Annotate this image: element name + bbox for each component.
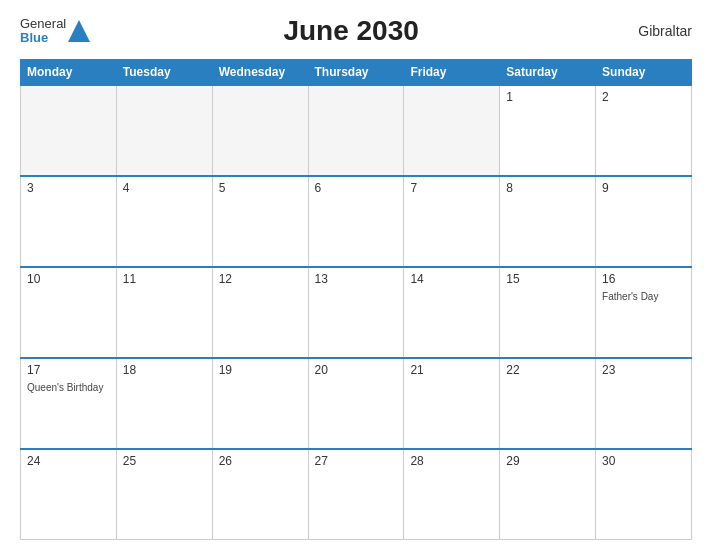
calendar-table: Monday Tuesday Wednesday Thursday Friday… bbox=[20, 59, 692, 540]
calendar-cell: 11 bbox=[116, 267, 212, 358]
calendar-cell bbox=[212, 85, 308, 176]
calendar-cell: 16Father's Day bbox=[596, 267, 692, 358]
date-number: 3 bbox=[27, 181, 110, 195]
calendar-cell: 19 bbox=[212, 358, 308, 449]
date-number: 28 bbox=[410, 454, 493, 468]
calendar-cell: 17Queen's Birthday bbox=[21, 358, 117, 449]
calendar-title: June 2030 bbox=[90, 15, 612, 47]
event-label: Queen's Birthday bbox=[27, 382, 103, 393]
logo-general-text: General bbox=[20, 17, 66, 31]
calendar-cell: 7 bbox=[404, 176, 500, 267]
date-number: 24 bbox=[27, 454, 110, 468]
calendar-cell: 6 bbox=[308, 176, 404, 267]
date-number: 20 bbox=[315, 363, 398, 377]
date-number: 9 bbox=[602, 181, 685, 195]
calendar-cell: 29 bbox=[500, 449, 596, 540]
date-number: 23 bbox=[602, 363, 685, 377]
calendar-cell: 12 bbox=[212, 267, 308, 358]
header-sunday: Sunday bbox=[596, 60, 692, 86]
calendar-cell: 4 bbox=[116, 176, 212, 267]
calendar-cell: 15 bbox=[500, 267, 596, 358]
header-friday: Friday bbox=[404, 60, 500, 86]
calendar-cell: 27 bbox=[308, 449, 404, 540]
calendar-cell: 21 bbox=[404, 358, 500, 449]
date-number: 21 bbox=[410, 363, 493, 377]
calendar-cell: 3 bbox=[21, 176, 117, 267]
calendar-cell: 23 bbox=[596, 358, 692, 449]
week-row-5: 24252627282930 bbox=[21, 449, 692, 540]
date-number: 10 bbox=[27, 272, 110, 286]
date-number: 27 bbox=[315, 454, 398, 468]
logo: General Blue bbox=[20, 17, 90, 46]
calendar-cell: 30 bbox=[596, 449, 692, 540]
header-thursday: Thursday bbox=[308, 60, 404, 86]
date-number: 18 bbox=[123, 363, 206, 377]
date-number: 6 bbox=[315, 181, 398, 195]
date-number: 5 bbox=[219, 181, 302, 195]
calendar-cell: 1 bbox=[500, 85, 596, 176]
header-tuesday: Tuesday bbox=[116, 60, 212, 86]
svg-marker-0 bbox=[68, 20, 90, 42]
event-label: Father's Day bbox=[602, 291, 658, 302]
week-row-1: 12 bbox=[21, 85, 692, 176]
date-number: 7 bbox=[410, 181, 493, 195]
calendar-cell: 10 bbox=[21, 267, 117, 358]
calendar-cell: 24 bbox=[21, 449, 117, 540]
calendar-cell: 20 bbox=[308, 358, 404, 449]
date-number: 13 bbox=[315, 272, 398, 286]
date-number: 11 bbox=[123, 272, 206, 286]
calendar-cell: 9 bbox=[596, 176, 692, 267]
date-number: 19 bbox=[219, 363, 302, 377]
calendar-cell: 28 bbox=[404, 449, 500, 540]
header-wednesday: Wednesday bbox=[212, 60, 308, 86]
region-label: Gibraltar bbox=[612, 23, 692, 39]
week-row-4: 17Queen's Birthday181920212223 bbox=[21, 358, 692, 449]
date-number: 4 bbox=[123, 181, 206, 195]
date-number: 17 bbox=[27, 363, 110, 377]
calendar-cell: 13 bbox=[308, 267, 404, 358]
calendar-cell bbox=[308, 85, 404, 176]
calendar-cell: 25 bbox=[116, 449, 212, 540]
calendar-cell: 5 bbox=[212, 176, 308, 267]
calendar-cell: 8 bbox=[500, 176, 596, 267]
header: General Blue June 2030 Gibraltar bbox=[20, 15, 692, 47]
logo-icon bbox=[68, 20, 90, 42]
date-number: 15 bbox=[506, 272, 589, 286]
calendar-cell bbox=[21, 85, 117, 176]
date-number: 30 bbox=[602, 454, 685, 468]
date-number: 22 bbox=[506, 363, 589, 377]
date-number: 12 bbox=[219, 272, 302, 286]
date-number: 8 bbox=[506, 181, 589, 195]
calendar-page: General Blue June 2030 Gibraltar Monday … bbox=[0, 0, 712, 550]
calendar-cell bbox=[404, 85, 500, 176]
calendar-cell bbox=[116, 85, 212, 176]
date-number: 1 bbox=[506, 90, 589, 104]
week-row-2: 3456789 bbox=[21, 176, 692, 267]
date-number: 16 bbox=[602, 272, 685, 286]
date-number: 29 bbox=[506, 454, 589, 468]
header-saturday: Saturday bbox=[500, 60, 596, 86]
calendar-cell: 14 bbox=[404, 267, 500, 358]
week-row-3: 10111213141516Father's Day bbox=[21, 267, 692, 358]
date-number: 14 bbox=[410, 272, 493, 286]
date-number: 25 bbox=[123, 454, 206, 468]
calendar-cell: 26 bbox=[212, 449, 308, 540]
date-number: 26 bbox=[219, 454, 302, 468]
logo-blue-text: Blue bbox=[20, 31, 66, 45]
weekday-header-row: Monday Tuesday Wednesday Thursday Friday… bbox=[21, 60, 692, 86]
header-monday: Monday bbox=[21, 60, 117, 86]
date-number: 2 bbox=[602, 90, 685, 104]
calendar-cell: 18 bbox=[116, 358, 212, 449]
calendar-cell: 2 bbox=[596, 85, 692, 176]
calendar-cell: 22 bbox=[500, 358, 596, 449]
